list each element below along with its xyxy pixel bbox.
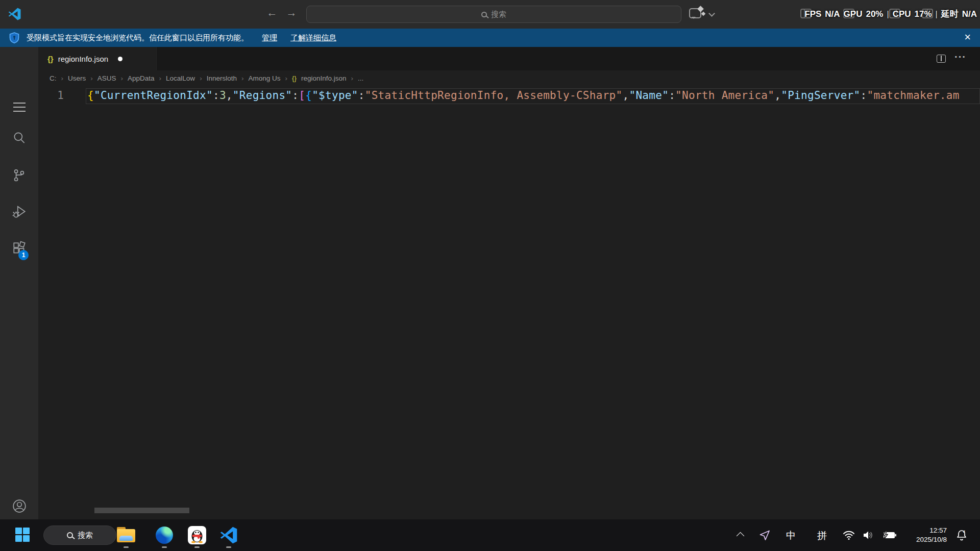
- breadcrumb-item[interactable]: LocalLow: [166, 74, 195, 82]
- editor-area[interactable]: 1 {"CurrentRegionIdx":3,"Regions":[{"$ty…: [38, 86, 980, 519]
- code-token: "Regions": [233, 89, 292, 102]
- code-token: {: [305, 89, 312, 102]
- horizontal-scrollbar[interactable]: [94, 508, 189, 513]
- ime-mode-indicator[interactable]: 中: [786, 529, 796, 542]
- learn-more-link[interactable]: 了解详细信息: [290, 33, 336, 43]
- clock-time: 12:57: [891, 526, 947, 535]
- code-token: :: [861, 89, 867, 102]
- overlay-separator: |: [887, 10, 889, 19]
- breadcrumb-item[interactable]: {}: [292, 74, 297, 82]
- account-icon[interactable]: [12, 498, 27, 514]
- location-arrow-icon[interactable]: [758, 529, 771, 541]
- split-editor-icon[interactable]: [937, 55, 946, 63]
- vscode-logo-icon: [8, 8, 21, 20]
- breadcrumb-item[interactable]: ›: [241, 74, 244, 82]
- running-indicator: [162, 546, 167, 548]
- file-explorer-icon[interactable]: [117, 527, 135, 542]
- wifi-icon[interactable]: [843, 530, 855, 540]
- breadcrumb-item[interactable]: Users: [68, 74, 86, 82]
- clock-date: 2025/10/8: [891, 535, 947, 544]
- sparkle-icon: [701, 12, 705, 16]
- search-icon: [67, 532, 73, 538]
- code-token: "$type": [312, 89, 358, 102]
- menu-hamburger-icon[interactable]: [13, 103, 26, 115]
- breadcrumb-item[interactable]: AppData: [128, 74, 155, 82]
- running-indicator: [226, 546, 231, 548]
- forward-arrow-button[interactable]: →: [284, 7, 299, 19]
- taskbar: 搜索: [0, 519, 980, 551]
- fps-label: FPS: [804, 9, 821, 19]
- editor-tab-bar: {} regionInfo.json ···: [38, 47, 980, 70]
- code-line[interactable]: {"CurrentRegionIdx":3,"Regions":[{"$type…: [87, 89, 980, 102]
- back-arrow-button[interactable]: ←: [264, 7, 280, 19]
- json-file-icon: {}: [47, 55, 54, 63]
- running-indicator: [194, 546, 200, 548]
- breadcrumb: C:›Users›ASUS›AppData›LocalLow›Innerslot…: [38, 70, 980, 86]
- command-center-search[interactable]: 搜索: [306, 6, 681, 23]
- start-button[interactable]: [15, 528, 30, 542]
- activity-bar: 1: [0, 47, 38, 519]
- breadcrumb-item[interactable]: regionInfo.json: [301, 74, 347, 82]
- clock[interactable]: 12:57 2025/10/8: [891, 526, 947, 544]
- code-token: [: [299, 89, 305, 102]
- latency-label: 延时: [941, 8, 959, 20]
- qq-icon[interactable]: [188, 526, 206, 544]
- source-control-icon[interactable]: [12, 168, 27, 183]
- breadcrumb-item[interactable]: ›: [285, 74, 287, 82]
- taskbar-search-label: 搜索: [78, 531, 93, 540]
- run-debug-icon[interactable]: [12, 204, 27, 219]
- notification-bell-dnd-icon[interactable]: z: [955, 529, 968, 541]
- taskbar-search[interactable]: 搜索: [43, 525, 116, 545]
- search-icon: [481, 12, 487, 17]
- breadcrumb-item[interactable]: ›: [61, 74, 64, 82]
- extensions-badge: 1: [18, 250, 29, 260]
- breadcrumb-item[interactable]: ›: [200, 74, 202, 82]
- code-token: ,: [226, 89, 233, 102]
- code-token: "CurrentRegionIdx": [94, 89, 213, 102]
- chevron-down-icon[interactable]: [708, 10, 715, 17]
- tab-modified-dot[interactable]: [118, 57, 122, 61]
- line-number: 1: [48, 89, 64, 102]
- breadcrumb-item[interactable]: ›: [90, 74, 93, 82]
- svg-text:z: z: [963, 529, 965, 534]
- code-token: :: [213, 89, 219, 102]
- vscode-taskbar-icon[interactable]: [220, 527, 237, 544]
- copilot-icon[interactable]: [689, 8, 701, 18]
- breadcrumb-item[interactable]: C:: [50, 74, 57, 82]
- restricted-mode-banner: 受限模式旨在实现安全地浏览代码。信任此窗口以启用所有功能。 管理 了解详细信息: [0, 29, 980, 47]
- search-view-icon[interactable]: [12, 131, 27, 146]
- breadcrumb-item[interactable]: ASUS: [97, 74, 116, 82]
- speaker-icon[interactable]: [863, 530, 874, 540]
- breadcrumb-item[interactable]: ›: [159, 74, 162, 82]
- breadcrumb-item[interactable]: ...: [358, 74, 363, 82]
- breadcrumb-item[interactable]: ›: [121, 74, 124, 82]
- latency-value: N/A: [962, 9, 977, 19]
- tab-regioninfo-json[interactable]: {} regionInfo.json: [38, 47, 157, 70]
- code-token: ,: [623, 89, 629, 102]
- performance-overlay: FPS N/A GPU 20% | CPU 17% | 延时 N/A: [804, 8, 977, 20]
- more-actions-icon[interactable]: ···: [954, 51, 966, 63]
- code-token: :: [669, 89, 675, 102]
- code-token: "StaticHttpRegionInfo, Assembly-CSharp": [365, 89, 623, 102]
- gpu-value: 20%: [866, 9, 883, 19]
- search-placeholder: 搜索: [491, 10, 506, 19]
- tab-file-name: regionInfo.json: [58, 55, 108, 63]
- code-token: 3: [219, 89, 226, 102]
- breadcrumb-item[interactable]: Innersloth: [207, 74, 237, 82]
- breadcrumb-item[interactable]: ›: [351, 74, 354, 82]
- ime-layout-indicator[interactable]: 拼: [817, 529, 827, 542]
- banner-close-icon[interactable]: ×: [964, 30, 971, 45]
- gpu-label: GPU: [844, 9, 863, 19]
- breadcrumb-item[interactable]: Among Us: [248, 74, 280, 82]
- code-token: "North America": [675, 89, 774, 102]
- tray-overflow-chevron-icon[interactable]: [737, 532, 745, 540]
- manage-link[interactable]: 管理: [262, 33, 277, 43]
- cpu-label: CPU: [893, 9, 911, 19]
- code-token: :: [358, 89, 365, 102]
- code-token: "matchmaker.am: [867, 89, 959, 102]
- fps-value: N/A: [825, 9, 840, 19]
- edge-browser-icon[interactable]: [156, 527, 173, 544]
- code-token: ,: [774, 89, 781, 102]
- running-indicator: [124, 546, 129, 548]
- code-token: :: [292, 89, 299, 102]
